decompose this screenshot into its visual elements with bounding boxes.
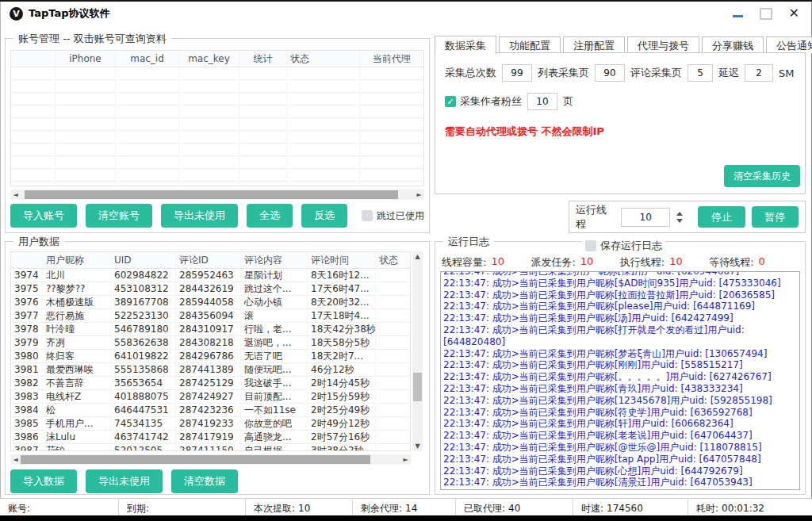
row-content: 一不如11se xyxy=(241,404,308,416)
row-commentid: 284296786 xyxy=(176,350,241,362)
account-action-button[interactable]: 导入账号 xyxy=(10,204,77,228)
collect-fans-checkbox[interactable]: ✓ xyxy=(445,96,456,107)
user-table-row[interactable]: 3986 沫Lulu 463741742 287417919 高通骁龙... 2… xyxy=(11,431,410,444)
account-table-hscrollbar[interactable]: ◄ ► xyxy=(10,190,424,200)
log-line: 22:13:47: 成功>当前已采集到用户昵称[汤]用户uid: [642427… xyxy=(443,312,797,324)
account-action-button[interactable]: 清空账号 xyxy=(86,204,152,228)
account-empty-row[interactable] xyxy=(11,80,423,93)
account-table-body xyxy=(11,67,423,186)
skip-used-checkbox[interactable] xyxy=(362,210,373,221)
account-empty-row[interactable] xyxy=(11,144,423,156)
clear-history-button[interactable]: 清空采集历史 xyxy=(724,165,800,187)
account-empty-row[interactable] xyxy=(11,156,423,169)
user-table[interactable]: 用户昵称 UID 评论ID 评论内容 评论时间 状态 3974 北川 60298… xyxy=(10,251,411,451)
collect-fans-checkbox-wrap[interactable]: ✓ 采集作者粉丝 xyxy=(445,94,522,109)
user-table-vscrollbar[interactable]: ▲ ▼ xyxy=(412,251,423,451)
save-log-checkbox-wrap[interactable]: 保存运行日志 xyxy=(582,239,665,253)
account-empty-row[interactable] xyxy=(11,182,423,186)
scroll-right-icon[interactable]: ► xyxy=(414,190,424,200)
row-uid: 522523130 xyxy=(111,309,176,322)
user-action-button[interactable]: 导出未使用 xyxy=(86,469,163,493)
tab-item[interactable]: 公告通知 xyxy=(766,36,812,53)
skip-used-checkbox-wrap[interactable]: 跳过已使用 xyxy=(362,209,424,223)
comment-pages-input[interactable] xyxy=(688,64,713,82)
stop-button[interactable]: 停止 xyxy=(698,206,745,228)
user-table-row[interactable]: 3979 齐冽 558362638 284308218 退游吧，... 18天5… xyxy=(11,336,410,350)
scroll-down-icon[interactable]: ▼ xyxy=(415,441,419,451)
user-table-row[interactable]: 3977 恶行易施 522523130 284356094 滚 17天18时4.… xyxy=(11,309,410,323)
account-empty-row[interactable] xyxy=(11,169,423,182)
tab-item[interactable]: 代理与拨号 xyxy=(627,36,699,53)
stepper-up-icon[interactable] xyxy=(676,212,683,216)
close-icon[interactable]: ✕ xyxy=(789,7,799,20)
user-table-row[interactable]: 3980 终归客 641019822 284296786 无语了吧 18天2时7… xyxy=(11,350,410,363)
log-line: 22:13:47: 成功>当前已采集到用户昵称[。。。。。]用户uid: [62… xyxy=(443,371,797,383)
user-table-row[interactable]: 3982 不善言辞 35653654 287425129 我这破手... 2时1… xyxy=(11,377,410,390)
row-uid: 401888075 xyxy=(111,390,176,403)
maximize-icon[interactable] xyxy=(760,8,772,20)
fans-unit-label: 页 xyxy=(563,94,573,109)
run-log-output[interactable]: 22:13:47: 成功>当前已采集到用户 昵称[保]用户 uid: [6209… xyxy=(440,271,800,490)
account-table[interactable]: iPhone mac_id mac_key 统计 状态 当前代理 xyxy=(10,50,424,186)
account-empty-row[interactable] xyxy=(11,105,423,118)
scroll-left-icon[interactable]: ◄ xyxy=(10,190,21,200)
fans-pages-input[interactable] xyxy=(527,93,557,110)
row-nickname: 叶泠曈 xyxy=(43,323,111,335)
total-count-input[interactable] xyxy=(502,64,532,82)
comment-pages-label: 评论采集页 xyxy=(630,66,682,80)
status-label: 耗时: xyxy=(696,502,718,515)
tab-item[interactable]: 注册配置 xyxy=(563,36,625,53)
row-index: 3980 xyxy=(11,350,43,362)
thread-count-input[interactable] xyxy=(621,208,670,227)
delay-input[interactable] xyxy=(745,64,773,82)
log-line: [644820480] xyxy=(443,336,797,348)
user-table-row[interactable]: 3975 ??黎梦?? 453108312 284432619 跳过这个... … xyxy=(11,282,410,296)
account-management-group: 账号管理 -- 双击账号可查询资料 iPhone mac_id mac_key … xyxy=(5,38,430,233)
status-label: 到期: xyxy=(127,502,149,515)
tab-item[interactable]: 数据采集 xyxy=(435,36,496,54)
user-table-hscrollbar[interactable]: ◄ ► xyxy=(10,454,411,465)
user-table-row[interactable]: 3976 木桶极速版 389167708 285944058 心动小镇 8天20… xyxy=(11,296,410,309)
row-time: 18天58分5秒 xyxy=(308,336,376,349)
tab-item[interactable]: 功能配置 xyxy=(499,36,561,53)
stepper-down-icon[interactable] xyxy=(676,219,683,223)
list-pages-label: 列表采集页 xyxy=(538,66,589,80)
log-line: 22:13:47: 成功>当前已采集到用户昵称[$AD时间935]用户uid: … xyxy=(443,278,797,289)
status-label: 账号: xyxy=(8,502,30,515)
row-content: 随便玩吧... xyxy=(241,363,308,376)
account-col-mackey: mac_key xyxy=(179,51,239,67)
user-table-row[interactable]: 3987 花铂 52012505 287411150 自己根据... 3时38分… xyxy=(11,444,410,451)
account-empty-row[interactable] xyxy=(11,118,423,131)
user-action-button[interactable]: 导入数据 xyxy=(10,469,77,493)
app-logo-icon: V xyxy=(10,7,23,21)
pause-button[interactable]: 暂停 xyxy=(752,206,799,228)
scroll-left-icon[interactable]: ◄ xyxy=(10,454,21,465)
status-value: 10 xyxy=(298,503,310,514)
stat-label: 执行线程: xyxy=(620,255,665,270)
user-table-row[interactable]: 3974 北川 602984822 285952463 星陨计划 8天16时12… xyxy=(11,269,410,282)
row-time: 2时49分12秒 xyxy=(308,417,376,430)
user-table-row[interactable]: 3985 手机用户... 74534135 287419233 你故意的吧 2时… xyxy=(11,417,410,431)
scroll-up-icon[interactable]: ▲ xyxy=(415,251,419,262)
user-table-row[interactable]: 3983 电线杆Z 401888075 287424927 目前顶配... 2时… xyxy=(11,390,410,404)
user-table-row[interactable]: 3984 松 646447531 287423236 一不如11se 2时25分… xyxy=(11,404,410,417)
account-empty-row[interactable] xyxy=(11,93,423,105)
account-empty-row[interactable] xyxy=(11,67,423,80)
thread-stats-row: 线程容量: 10 派发任务: 10 执行线程: 10 等待线程: 0 xyxy=(442,255,799,270)
account-action-button[interactable]: 导出未使用 xyxy=(161,204,238,228)
list-pages-input[interactable] xyxy=(595,64,625,82)
user-table-row[interactable]: 3981 最爱西琳唉 555135868 287441389 随便玩吧... 4… xyxy=(11,363,410,377)
account-action-button[interactable]: 全选 xyxy=(247,204,293,228)
scroll-right-icon[interactable]: ► xyxy=(400,454,411,465)
account-action-button[interactable]: 反选 xyxy=(301,204,347,228)
save-log-checkbox[interactable] xyxy=(585,240,596,251)
minimize-icon[interactable] xyxy=(733,15,743,17)
row-commentid: 287417919 xyxy=(176,431,241,443)
tab-item[interactable]: 分享赚钱 xyxy=(702,36,764,53)
row-content: 我这破手... xyxy=(241,377,308,389)
account-buttons: 导入账号清空账号导出未使用全选反选 xyxy=(10,204,347,228)
account-empty-row[interactable] xyxy=(11,131,423,144)
user-table-row[interactable]: 3978 叶泠曈 546789180 284310917 行啦，老... 18天… xyxy=(11,323,410,336)
user-action-button[interactable]: 清空数据 xyxy=(171,469,238,493)
thread-count-stepper[interactable] xyxy=(676,212,687,223)
